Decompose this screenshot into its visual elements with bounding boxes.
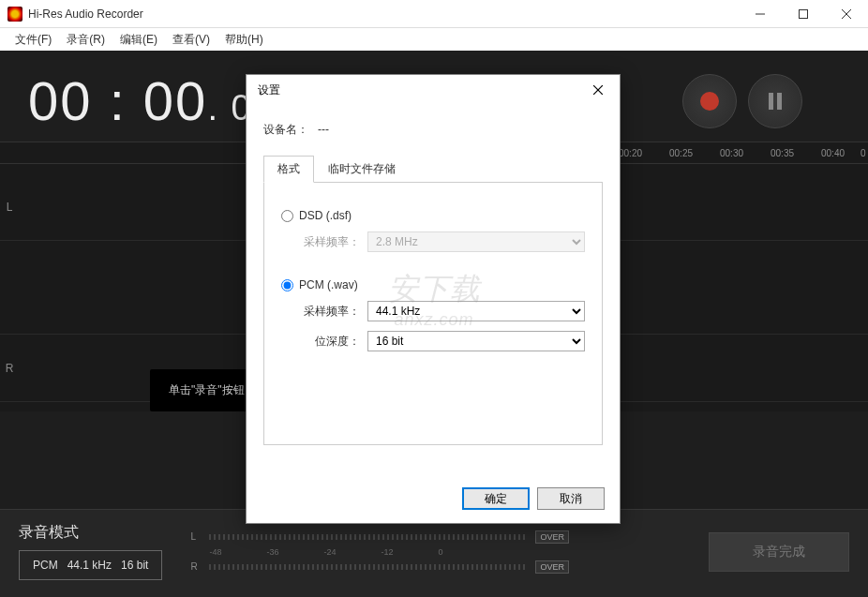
device-name-label: 设备名： xyxy=(263,123,308,136)
pcm-bit-depth-row: 位深度： 16 bit xyxy=(304,331,585,351)
recording-done-button[interactable]: 录音完成 xyxy=(709,532,849,572)
ok-button[interactable]: 确定 xyxy=(462,487,530,510)
dialog-close-button[interactable] xyxy=(584,79,612,101)
svg-rect-1 xyxy=(800,9,808,18)
dialog-title-text: 设置 xyxy=(258,82,584,98)
radio-dsd-row: DSD (.dsf) xyxy=(281,209,585,222)
tab-content-format: DSD (.dsf) 采样频率： 2.8 MHz PCM (.wav) 采样频率… xyxy=(263,183,603,445)
menubar: 文件(F) 录音(R) 编辑(E) 查看(V) 帮助(H) xyxy=(0,28,868,51)
ruler-tick: 00:20 xyxy=(619,148,642,158)
menu-edit[interactable]: 编辑(E) xyxy=(112,30,165,50)
ruler-tick: 00:40 xyxy=(821,148,845,158)
meter-right-label: R xyxy=(190,561,202,572)
ruler-tick: 00:30 xyxy=(720,148,743,158)
over-badge-right: OVER xyxy=(535,560,569,574)
recording-mode-box[interactable]: PCM 44.1 kHz 16 bit xyxy=(19,550,162,580)
ruler-tick: 0 xyxy=(861,148,866,158)
radio-pcm-row: PCM (.wav) xyxy=(281,278,585,291)
meter-row-left: L OVER xyxy=(190,530,709,544)
dsd-sample-rate-label: 采样频率： xyxy=(304,234,360,250)
menu-record[interactable]: 录音(R) xyxy=(59,30,112,50)
cancel-button[interactable]: 取消 xyxy=(537,487,605,510)
timer-main: 00 : 00 xyxy=(28,70,207,131)
level-meter: L OVER -48 -36 -24 -12 0 R OVER xyxy=(190,529,709,575)
pcm-bit-depth-label: 位深度： xyxy=(304,334,360,350)
over-badge-left: OVER xyxy=(535,530,569,544)
window-controls xyxy=(739,0,868,28)
recording-mode-section: 录音模式 PCM 44.1 kHz 16 bit xyxy=(19,523,162,580)
minimize-button[interactable] xyxy=(739,0,782,28)
tab-temp-storage[interactable]: 临时文件存储 xyxy=(314,156,410,183)
window-title: Hi-Res Audio Recorder xyxy=(28,7,739,21)
window-titlebar: Hi-Res Audio Recorder xyxy=(0,0,868,28)
maximize-button[interactable] xyxy=(782,0,825,28)
pcm-bit-depth-select[interactable]: 16 bit xyxy=(367,331,585,351)
pcm-sample-rate-row: 采样频率： 44.1 kHz xyxy=(304,301,585,321)
settings-dialog: 设置 设备名： --- 格式 临时文件存储 DSD (.dsf) 采样频率： 2… xyxy=(246,74,621,524)
radio-dsd[interactable] xyxy=(281,210,293,222)
pcm-sample-rate-select[interactable]: 44.1 kHz xyxy=(367,301,585,321)
pause-icon xyxy=(769,93,782,110)
ruler-tick: 00:35 xyxy=(771,148,794,158)
menu-help[interactable]: 帮助(H) xyxy=(217,30,271,50)
mode-format: PCM xyxy=(33,559,58,572)
meter-scale: -48 -36 -24 -12 0 xyxy=(209,545,709,559)
pcm-sample-rate-label: 采样频率： xyxy=(304,304,360,320)
meter-left-track xyxy=(209,534,528,540)
recording-controls xyxy=(682,74,802,128)
record-button[interactable] xyxy=(682,74,737,128)
device-name-row: 设备名： --- xyxy=(263,116,603,155)
mode-rate: 44.1 kHz xyxy=(67,559,112,572)
radio-pcm-label[interactable]: PCM (.wav) xyxy=(299,278,358,291)
device-name-value: --- xyxy=(318,123,329,136)
record-icon xyxy=(700,92,719,111)
dialog-tabs: 格式 临时文件存储 xyxy=(263,155,603,183)
menu-file[interactable]: 文件(F) xyxy=(7,30,59,50)
pause-button[interactable] xyxy=(748,74,802,128)
channel-right-label: R xyxy=(0,362,19,375)
dialog-titlebar: 设置 xyxy=(247,75,620,105)
app-icon xyxy=(7,7,22,22)
timer-display: 00 : 00. 0 xyxy=(28,69,253,132)
dialog-button-row: 确定 取消 xyxy=(247,478,620,523)
dsd-sample-rate-row: 采样频率： 2.8 MHz xyxy=(304,231,585,252)
meter-right-track xyxy=(209,564,528,570)
mode-depth: 16 bit xyxy=(121,559,148,572)
meter-left-label: L xyxy=(190,531,202,542)
tab-format[interactable]: 格式 xyxy=(263,156,314,183)
close-button[interactable] xyxy=(825,0,868,28)
channel-left-label: L xyxy=(0,201,19,214)
radio-dsd-label[interactable]: DSD (.dsf) xyxy=(299,209,352,222)
dsd-sample-rate-select: 2.8 MHz xyxy=(367,231,585,252)
meter-row-right: R OVER xyxy=(190,560,709,574)
dialog-body: 设备名： --- 格式 临时文件存储 DSD (.dsf) 采样频率： 2.8 … xyxy=(247,105,620,478)
radio-pcm[interactable] xyxy=(281,279,293,291)
recording-mode-label: 录音模式 xyxy=(19,523,162,543)
ruler-tick: 00:25 xyxy=(669,148,693,158)
menu-view[interactable]: 查看(V) xyxy=(165,30,217,50)
